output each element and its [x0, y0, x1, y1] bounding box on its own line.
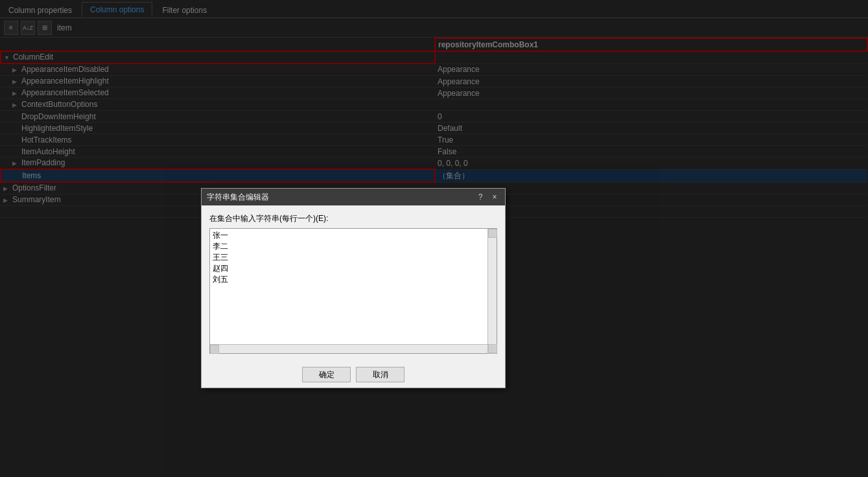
dialog-vertical-scrollbar[interactable]: ▲ ▼	[487, 229, 497, 353]
scroll-down-arrow[interactable]: ▼	[488, 344, 497, 353]
dialog-instruction-label: 在集合中输入字符串(每行一个)(E):	[209, 213, 497, 224]
dialog-cancel-button[interactable]: 取消	[356, 367, 405, 382]
dialog-overlay: 字符串集合编辑器 ? × 在集合中输入字符串(每行一个)(E): 张一 李二 王…	[0, 0, 868, 477]
dialog-close-button[interactable]: ×	[489, 192, 500, 202]
dialog-titlebar: 字符串集合编辑器 ? ×	[202, 189, 505, 205]
dialog-title-controls: ? ×	[475, 192, 500, 202]
scroll-left-arrow[interactable]: ◄	[210, 345, 219, 354]
scroll-track-h	[219, 345, 487, 353]
dialog-body: 在集合中输入字符串(每行一个)(E): 张一 李二 王三 赵四 刘五 ▲ ▼ ◄…	[202, 205, 505, 362]
dialog-textarea[interactable]: 张一 李二 王三 赵四 刘五	[210, 229, 487, 342]
string-collection-dialog: 字符串集合编辑器 ? × 在集合中输入字符串(每行一个)(E): 张一 李二 王…	[201, 188, 506, 388]
dialog-textarea-wrapper: 张一 李二 王三 赵四 刘五 ▲ ▼ ◄ ►	[209, 228, 497, 354]
dialog-confirm-button[interactable]: 确定	[302, 367, 351, 382]
scroll-up-arrow[interactable]: ▲	[488, 229, 497, 238]
dialog-title: 字符串集合编辑器	[207, 192, 269, 203]
dialog-horizontal-scrollbar[interactable]: ◄ ►	[210, 344, 497, 353]
dialog-resize-handle[interactable]	[500, 382, 505, 388]
dialog-footer: 确定 取消	[202, 362, 505, 388]
scroll-track-v	[488, 238, 497, 344]
dialog-help-button[interactable]: ?	[475, 192, 486, 202]
